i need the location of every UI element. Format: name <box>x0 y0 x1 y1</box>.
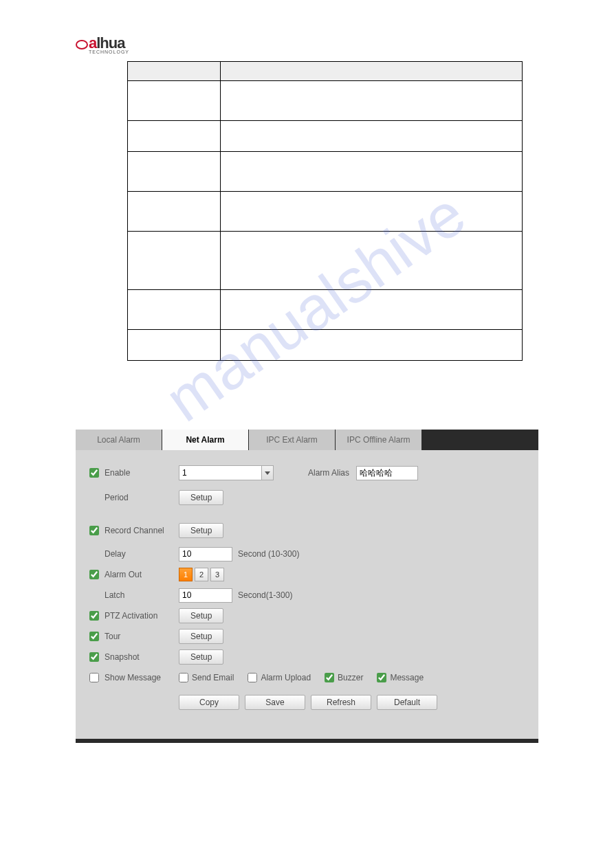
table-header <box>221 62 523 81</box>
table-row <box>128 290 523 330</box>
record-channel-checkbox[interactable] <box>89 526 99 535</box>
table-header <box>128 62 221 81</box>
alarm-out-3[interactable]: 3 <box>210 568 224 581</box>
default-button[interactable]: Default <box>377 695 437 710</box>
alarm-out-1[interactable]: 1 <box>179 568 193 581</box>
table-row <box>128 330 523 361</box>
enable-label: Enable <box>105 468 179 478</box>
tour-setup-button[interactable]: Setup <box>179 629 223 644</box>
alarm-out-label: Alarm Out <box>105 570 179 579</box>
enable-checkbox[interactable] <box>89 468 99 478</box>
parameter-table <box>127 61 523 361</box>
alarm-alias-input[interactable] <box>356 466 418 480</box>
alarm-out-2[interactable]: 2 <box>195 568 208 581</box>
ptz-checkbox[interactable] <box>89 611 99 621</box>
ptz-label: PTZ Activation <box>105 611 179 621</box>
save-button[interactable]: Save <box>245 695 305 710</box>
show-message-label: Show Message <box>105 673 179 682</box>
alarm-upload-label: Alarm Upload <box>261 673 311 682</box>
table-row <box>128 232 523 290</box>
period-setup-button[interactable]: Setup <box>179 490 223 505</box>
tab-ipc-ext-alarm[interactable]: IPC Ext Alarm <box>249 430 335 450</box>
copy-button[interactable]: Copy <box>179 695 239 710</box>
tour-checkbox[interactable] <box>89 632 99 641</box>
buzzer-label: Buzzer <box>338 673 363 682</box>
show-message-checkbox[interactable] <box>89 673 99 682</box>
period-label: Period <box>105 493 179 502</box>
tab-bar: Local Alarm Net Alarm IPC Ext Alarm IPC … <box>76 430 538 450</box>
tab-ipc-offline-alarm[interactable]: IPC Offline Alarm <box>336 430 421 450</box>
delay-label: Delay <box>105 549 179 559</box>
ptz-setup-button[interactable]: Setup <box>179 608 223 623</box>
table-row <box>128 121 523 152</box>
refresh-button[interactable]: Refresh <box>311 695 371 710</box>
table-row <box>128 81 523 121</box>
alarm-out-checkbox[interactable] <box>89 570 99 579</box>
buzzer-checkbox[interactable] <box>325 673 334 682</box>
send-email-label: Send Email <box>192 673 234 682</box>
record-setup-button[interactable]: Setup <box>179 523 223 538</box>
tab-net-alarm[interactable]: Net Alarm <box>162 430 248 450</box>
channel-select[interactable]: 1 <box>179 465 274 480</box>
message-checkbox[interactable] <box>377 673 386 682</box>
latch-input[interactable] <box>179 588 232 603</box>
latch-unit: Second(1-300) <box>238 590 292 600</box>
logo-icon <box>76 40 88 49</box>
send-email-checkbox[interactable] <box>179 673 188 682</box>
latch-label: Latch <box>105 590 179 600</box>
snapshot-setup-button[interactable]: Setup <box>179 649 223 665</box>
delay-unit: Second (10-300) <box>238 549 299 559</box>
snapshot-checkbox[interactable] <box>89 652 99 662</box>
logo: alhua TECHNOLOGY <box>0 0 614 61</box>
table-row <box>128 152 523 192</box>
record-channel-label: Record Channel <box>105 526 179 535</box>
logo-subtext: TECHNOLOGY <box>89 49 129 54</box>
message-label: Message <box>390 673 424 682</box>
tab-local-alarm[interactable]: Local Alarm <box>76 430 162 450</box>
alarm-upload-checkbox[interactable] <box>248 673 257 682</box>
table-row <box>128 192 523 232</box>
delay-input[interactable] <box>179 547 232 561</box>
alarm-alias-label: Alarm Alias <box>308 468 349 478</box>
snapshot-label: Snapshot <box>105 652 179 662</box>
tour-label: Tour <box>105 632 179 641</box>
settings-panel: Local Alarm Net Alarm IPC Ext Alarm IPC … <box>76 430 538 743</box>
